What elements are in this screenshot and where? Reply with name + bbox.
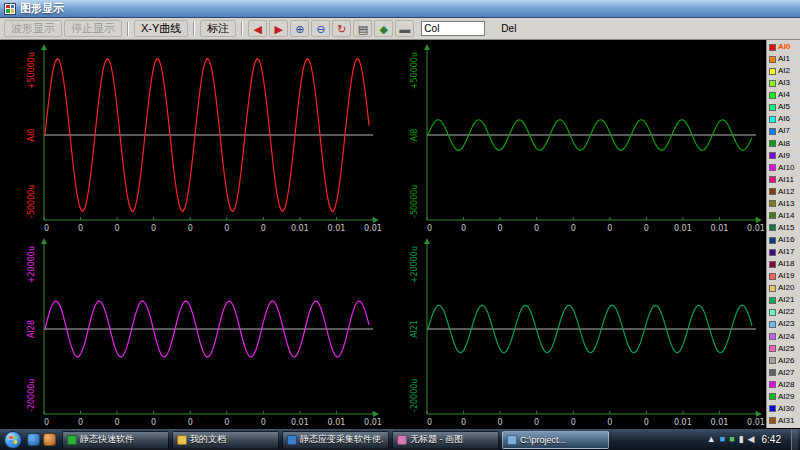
task-label: 我的文档 bbox=[190, 433, 226, 446]
show-desktop-button[interactable] bbox=[791, 429, 798, 450]
channel-item-ai26[interactable]: AI26 bbox=[767, 355, 800, 367]
channel-item-ai21[interactable]: AI21 bbox=[767, 294, 800, 306]
plot-ai8[interactable]: 00000000.010.010.01+50000uAI8-50000u bbox=[383, 40, 766, 234]
channel-item-ai0[interactable]: AI0 bbox=[767, 41, 800, 53]
channel-label: AI31 bbox=[778, 417, 794, 425]
channel-item-ai24[interactable]: AI24 bbox=[767, 331, 800, 343]
x-tick-label: 0 bbox=[644, 224, 649, 233]
channel-item-ai2[interactable]: AI2 bbox=[767, 65, 800, 77]
print-button-icon[interactable]: ▤ bbox=[353, 20, 372, 37]
plot-ai28[interactable]: 00000000.010.010.01+20000uAI28-20000u bbox=[0, 234, 383, 428]
channel-item-ai5[interactable]: AI5 bbox=[767, 101, 800, 113]
channel-item-ai23[interactable]: AI23 bbox=[767, 318, 800, 330]
titlebar: 图形显示 bbox=[0, 0, 800, 18]
channel-item-ai18[interactable]: AI18 bbox=[767, 258, 800, 270]
channel-item-ai1[interactable]: AI1 bbox=[767, 53, 800, 65]
tray-app-blue-icon[interactable]: ■ bbox=[720, 435, 725, 444]
channel-label: AI22 bbox=[778, 308, 794, 316]
quick-launch-icon-1[interactable] bbox=[27, 433, 40, 446]
channel-item-ai12[interactable]: AI12 bbox=[767, 186, 800, 198]
channel-label: AI16 bbox=[778, 236, 794, 244]
x-tick-label: 0.01 bbox=[747, 418, 765, 427]
channel-label: AI25 bbox=[778, 345, 794, 353]
taskbar-task-2[interactable]: 我的文档 bbox=[172, 431, 279, 449]
quick-launch-icon-2[interactable] bbox=[43, 433, 56, 446]
scroll-right-button-icon[interactable]: ▶ bbox=[269, 20, 288, 37]
taskbar-task-5[interactable]: C:\project... bbox=[502, 431, 609, 449]
x-axis-arrow-icon bbox=[373, 217, 379, 223]
start-button[interactable] bbox=[4, 431, 22, 449]
channel-item-ai14[interactable]: AI14 bbox=[767, 210, 800, 222]
channel-item-ai17[interactable]: AI17 bbox=[767, 246, 800, 258]
waveform-display-button[interactable]: 波形显示 bbox=[4, 20, 62, 37]
channel-item-ai29[interactable]: AI29 bbox=[767, 391, 800, 403]
x-tick-label: 0.01 bbox=[328, 224, 346, 233]
taskbar-clock[interactable]: 6:42 bbox=[762, 434, 781, 445]
tray-app-green-icon[interactable]: ■ bbox=[729, 435, 734, 444]
x-tick-label: 0 bbox=[151, 224, 156, 233]
channel-color-swatch bbox=[769, 104, 776, 111]
channel-color-swatch bbox=[769, 393, 776, 400]
channel-item-ai27[interactable]: AI27 bbox=[767, 367, 800, 379]
refresh-button-icon[interactable]: ↻ bbox=[332, 20, 351, 37]
channel-item-ai4[interactable]: AI4 bbox=[767, 89, 800, 101]
x-tick-label: 0.01 bbox=[747, 224, 765, 233]
channel-item-ai16[interactable]: AI16 bbox=[767, 234, 800, 246]
taskbar-task-1[interactable]: 静态快速软件 bbox=[62, 431, 169, 449]
channel-item-ai13[interactable]: AI13 bbox=[767, 198, 800, 210]
channel-item-ai25[interactable]: AI25 bbox=[767, 343, 800, 355]
channel-item-ai19[interactable]: AI19 bbox=[767, 270, 800, 282]
channel-item-ai3[interactable]: AI3 bbox=[767, 77, 800, 89]
x-tick-label: 0 bbox=[188, 418, 193, 427]
x-tick-label: 0 bbox=[78, 418, 83, 427]
zoom-in-button-icon[interactable]: ⊕ bbox=[290, 20, 309, 37]
toolbar-separator bbox=[127, 22, 129, 36]
channel-color-swatch bbox=[769, 357, 776, 364]
channel-label: AI6 bbox=[778, 115, 790, 123]
scroll-left-button-icon[interactable]: ◀ bbox=[248, 20, 267, 37]
x-tick-label: 0 bbox=[498, 418, 503, 427]
tray-network-icon[interactable]: ▮ bbox=[739, 435, 744, 444]
channel-item-ai22[interactable]: AI22 bbox=[767, 306, 800, 318]
channel-item-ai6[interactable]: AI6 bbox=[767, 113, 800, 125]
annotate-button[interactable]: 标注 bbox=[200, 20, 236, 37]
marker-button-icon[interactable]: ◆ bbox=[374, 20, 393, 37]
channel-item-ai8[interactable]: AI8 bbox=[767, 138, 800, 150]
zoom-out-button-icon[interactable]: ⊖ bbox=[311, 20, 330, 37]
channel-color-swatch bbox=[769, 212, 776, 219]
x-tick-label: 0 bbox=[427, 418, 432, 427]
line-style-button-icon[interactable]: ▬ bbox=[395, 20, 414, 37]
taskbar-task-4[interactable]: 无标题 - 画图 bbox=[392, 431, 499, 449]
channel-color-swatch bbox=[769, 164, 776, 171]
channel-item-ai31[interactable]: AI31 bbox=[767, 415, 800, 427]
channel-color-swatch bbox=[769, 128, 776, 135]
channel-item-ai15[interactable]: AI15 bbox=[767, 222, 800, 234]
task-icon bbox=[397, 435, 407, 445]
channel-label: AI7 bbox=[778, 127, 790, 135]
column-input[interactable] bbox=[421, 21, 485, 36]
channel-item-ai20[interactable]: AI20 bbox=[767, 282, 800, 294]
channel-color-swatch bbox=[769, 417, 776, 424]
channel-color-swatch bbox=[769, 261, 776, 268]
channel-item-ai28[interactable]: AI28 bbox=[767, 379, 800, 391]
channel-item-ai10[interactable]: AI10 bbox=[767, 162, 800, 174]
x-tick-label: 0.01 bbox=[711, 224, 729, 233]
channel-label: AI3 bbox=[778, 79, 790, 87]
tray-hidden-icons-icon[interactable]: ▲ bbox=[707, 435, 716, 444]
taskbar-task-3[interactable]: 静态应变采集软件使... bbox=[282, 431, 389, 449]
x-tick-label: 0 bbox=[44, 418, 49, 427]
x-tick-label: 0.01 bbox=[711, 418, 729, 427]
plot-ai21[interactable]: 00000000.010.010.01+20000uAI21-20000u bbox=[383, 234, 766, 428]
channel-list[interactable]: AI0AI1AI2AI3AI4AI5AI6AI7AI8AI9AI10AI11AI… bbox=[766, 40, 800, 428]
stop-display-button[interactable]: 停止显示 bbox=[64, 20, 122, 37]
channel-item-ai30[interactable]: AI30 bbox=[767, 403, 800, 415]
xy-curve-button[interactable]: X-Y曲线 bbox=[134, 20, 188, 37]
plot-canvas: 00000000.010.010.01+20000uAI28-20000u bbox=[0, 234, 383, 428]
x-tick-label: 0 bbox=[115, 418, 120, 427]
channel-item-ai11[interactable]: AI11 bbox=[767, 174, 800, 186]
tray-volume-icon[interactable]: ◀ bbox=[748, 435, 755, 444]
channel-item-ai7[interactable]: AI7 bbox=[767, 125, 800, 137]
channel-item-ai9[interactable]: AI9 bbox=[767, 150, 800, 162]
plot-ai0[interactable]: 00000000.010.010.01+50000uAI0-50000u bbox=[0, 40, 383, 234]
channel-color-swatch bbox=[769, 44, 776, 51]
